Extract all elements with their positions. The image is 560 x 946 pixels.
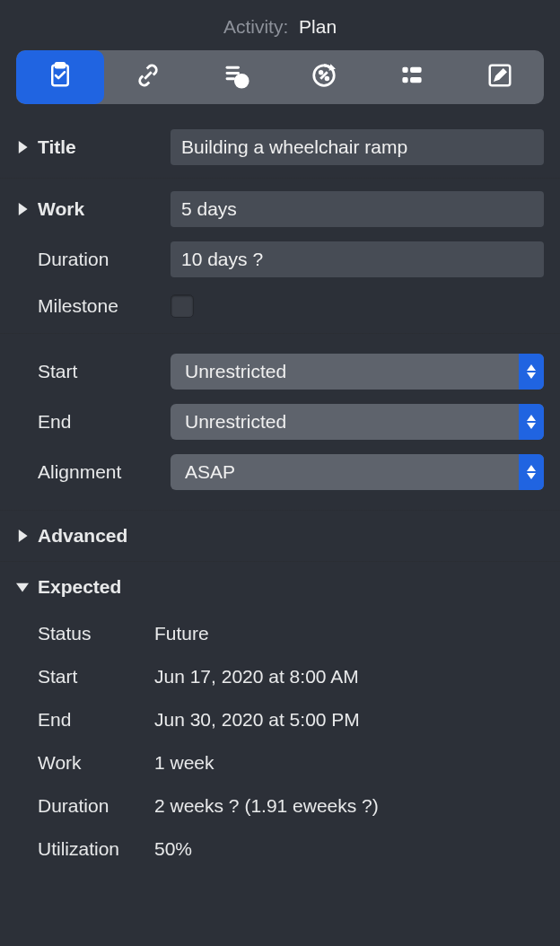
svg-rect-8 [411, 67, 421, 72]
work-input[interactable] [171, 191, 544, 227]
expected-duration-value: 2 weeks ? (1.91 eweeks ?) [154, 795, 379, 817]
expected-work-row: Work 1 week [0, 741, 560, 784]
title-row: Title [0, 122, 560, 172]
start-select[interactable]: Unrestricted [171, 354, 544, 390]
expected-work-label: Work [38, 752, 154, 774]
tab-progress[interactable] [280, 50, 368, 104]
expected-end-row: End Jun 30, 2020 at 5:00 PM [0, 698, 560, 741]
milestone-row: Milestone [0, 285, 560, 328]
list-icon [398, 62, 425, 93]
updown-icon [519, 454, 544, 490]
svg-rect-1 [56, 63, 65, 67]
expected-utilization-value: 50% [154, 838, 192, 860]
expected-section-header[interactable]: Expected [0, 562, 560, 612]
clipboard-icon [47, 62, 74, 93]
alignment-label: Alignment [38, 461, 171, 483]
work-label: Work [38, 198, 171, 220]
start-select-value: Unrestricted [185, 361, 286, 382]
expected-end-label: End [38, 709, 154, 731]
milestone-checkbox[interactable] [171, 294, 194, 318]
start-row: Start Unrestricted [0, 346, 560, 397]
alignment-select[interactable]: ASAP [171, 454, 544, 490]
edit-icon [486, 62, 513, 93]
title-disclosure[interactable] [16, 141, 38, 153]
svg-point-6 [326, 77, 328, 80]
header-value: Plan [299, 16, 337, 37]
expected-utilization-label: Utilization [38, 838, 154, 860]
work-row: Work [0, 184, 560, 234]
svg-rect-7 [403, 67, 407, 72]
expected-status-label: Status [38, 623, 154, 644]
end-select[interactable]: Unrestricted [171, 404, 544, 440]
expected-label: Expected [38, 576, 121, 598]
expected-status-row: Status Future [0, 612, 560, 655]
svg-point-5 [319, 71, 322, 74]
expected-utilization-row: Utilization 50% [0, 828, 560, 871]
duration-row: Duration [0, 234, 560, 285]
expected-start-label: Start [38, 666, 154, 688]
svg-text:$: $ [239, 76, 244, 86]
cost-icon: $ [223, 62, 249, 93]
updown-icon [519, 354, 544, 390]
duration-label: Duration [38, 249, 171, 270]
updown-icon [519, 404, 544, 440]
advanced-disclosure[interactable] [16, 530, 38, 542]
header-label: Activity: [223, 16, 288, 37]
expected-status-value: Future [154, 623, 209, 644]
start-label: Start [38, 361, 171, 382]
expected-duration-row: Duration 2 weeks ? (1.91 eweeks ?) [0, 784, 560, 828]
end-select-value: Unrestricted [185, 411, 286, 433]
tab-cost[interactable]: $ [192, 50, 280, 104]
expected-disclosure[interactable] [16, 581, 38, 593]
tab-dependencies[interactable] [104, 50, 192, 104]
end-label: End [38, 411, 171, 433]
expected-end-value: Jun 30, 2020 at 5:00 PM [154, 709, 360, 731]
tab-bar: $ [16, 50, 544, 104]
expected-start-value: Jun 17, 2020 at 8:00 AM [154, 666, 359, 688]
tab-plan[interactable] [16, 50, 104, 104]
svg-rect-10 [411, 77, 421, 82]
title-label: Title [38, 136, 171, 158]
advanced-section-header[interactable]: Advanced [0, 511, 560, 561]
alignment-select-value: ASAP [185, 461, 235, 483]
advanced-label: Advanced [38, 525, 127, 547]
alignment-row: Alignment ASAP [0, 447, 560, 497]
inspector-header: Activity: Plan [0, 0, 560, 50]
tab-notes[interactable] [456, 50, 544, 104]
link-icon [135, 62, 162, 93]
svg-rect-9 [403, 77, 407, 82]
milestone-label: Milestone [38, 295, 171, 317]
expected-start-row: Start Jun 17, 2020 at 8:00 AM [0, 655, 560, 698]
tab-resources[interactable] [368, 50, 456, 104]
end-row: End Unrestricted [0, 397, 560, 447]
duration-input[interactable] [171, 241, 544, 277]
percent-icon [311, 62, 337, 93]
expected-duration-label: Duration [38, 795, 154, 817]
work-disclosure[interactable] [16, 203, 38, 215]
expected-work-value: 1 week [154, 752, 214, 774]
title-input[interactable] [171, 129, 544, 165]
